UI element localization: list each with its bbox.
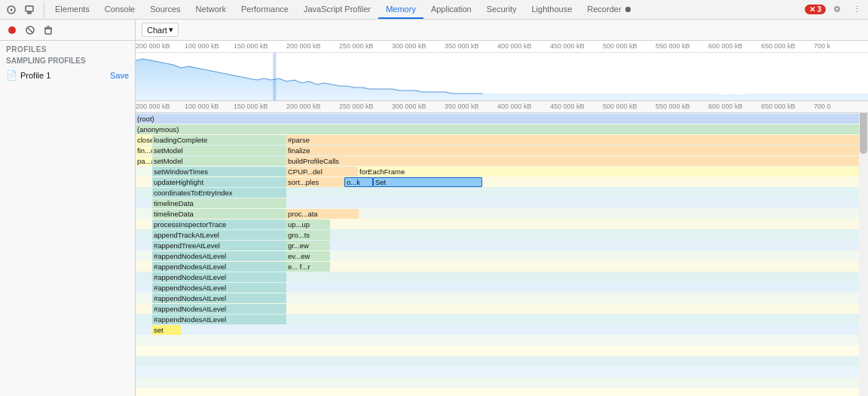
inspect-icon[interactable] — [3, 2, 20, 18]
ruler-mark-3: 200 000 kB — [286, 42, 321, 50]
flame-block-coordtoentry[interactable]: coordinatesToEntryIndex — [152, 188, 286, 198]
save-link[interactable]: Save — [110, 71, 129, 80]
flame-block-close[interactable]: close — [136, 135, 152, 145]
ruler-mark-11: 600 000 kB — [708, 42, 743, 50]
tab-console[interactable]: Console — [97, 0, 142, 19]
tab-performance[interactable]: Performance — [234, 0, 296, 19]
scrollbar-thumb[interactable] — [860, 109, 867, 154]
record-button[interactable] — [5, 23, 20, 38]
tab-lighthouse[interactable]: Lighthouse — [524, 0, 579, 19]
sidebar-subsection: SAMPLING PROFILES — [0, 55, 135, 68]
flame-block-fince[interactable]: fin...ce — [136, 146, 152, 155]
flame-row-21: set — [136, 324, 868, 335]
clear-button[interactable] — [23, 23, 38, 38]
flame-row-8: coordinatesToEntryIndex — [136, 187, 868, 198]
flame-row-13: #appendTreeAtLevel gr...ew — [136, 240, 868, 250]
tab-memory[interactable]: Memory — [378, 0, 423, 19]
flame-block-ok[interactable]: o...k — [344, 177, 373, 187]
flame-block-appendnodes-7[interactable]: #appendNodesAtLevel — [152, 315, 286, 324]
flame-mark-13: 700 0 — [814, 103, 831, 110]
devtools-icons — [3, 2, 44, 18]
flame-mark-12: 650 000 kB — [761, 103, 796, 110]
flame-block-loadingcomplete[interactable]: loadingComplete — [152, 135, 286, 145]
flame-block-cpupdel[interactable]: CPUP...del — [286, 167, 358, 177]
ruler-mark-5: 300 000 kB — [392, 42, 426, 50]
flame-block-appendnodes-3[interactable]: #appendNodesAtLevel — [152, 272, 286, 282]
flame-block-timelinedata-2[interactable]: timelineData — [152, 209, 286, 219]
ruler-mark-1: 100 000 kB — [185, 42, 219, 50]
flame-block-processinspector[interactable]: processInspectorTrace — [152, 219, 286, 229]
flame-row-5: pa...at setModel buildProfileCalls — [136, 155, 868, 166]
flame-row-12: appendTrackAtLevel gro...ts — [136, 229, 868, 240]
flame-block-setmodel-1[interactable]: setModel — [152, 146, 286, 155]
flame-block-finalize[interactable]: finalize — [286, 146, 866, 155]
tab-application[interactable]: Application — [423, 0, 479, 19]
flame-mark-9: 500 000 kB — [603, 103, 637, 110]
ruler-mark-6: 350 000 kB — [445, 42, 479, 50]
flame-block-setwindowtimes[interactable]: setWindowTimes — [152, 167, 286, 177]
flame-block-sortples[interactable]: sort...ples — [286, 177, 344, 187]
flame-ruler: 200 000 kB 100 000 kB 150 000 kB 200 000… — [136, 101, 868, 113]
ruler-mark-4: 250 000 kB — [339, 42, 374, 50]
tab-elements[interactable]: Elements — [47, 0, 97, 19]
flame-block-efr[interactable]: e... f...r — [286, 262, 330, 272]
flame-block-appendnodes-2[interactable]: #appendNodesAtLevel — [152, 262, 286, 272]
flame-block-procata[interactable]: proc...ata — [286, 209, 359, 219]
flame-block-set[interactable]: set — [152, 325, 181, 335]
flame-mark-5: 300 000 kB — [392, 103, 426, 110]
flame-row-15: #appendNodesAtLevel e... f...r — [136, 261, 868, 272]
ruler-mark-0: 200 000 kB — [136, 42, 170, 50]
flame-block-parse[interactable]: #parse — [286, 135, 866, 145]
chart-ruler-top: 200 000 kB 100 000 kB 150 000 kB 200 000… — [136, 41, 868, 53]
tab-sources[interactable]: Sources — [142, 0, 188, 19]
flame-block-setmodel-2[interactable]: setModel — [152, 156, 286, 166]
flame-block-appendtree[interactable]: #appendTreeAtLevel — [152, 241, 286, 250]
flame-chart-area[interactable]: 200 000 kB 100 000 kB 150 000 kB 200 000… — [136, 101, 868, 396]
flame-row-9: timelineData — [136, 198, 868, 208]
flame-block-appendnodes-6[interactable]: #appendNodesAtLevel — [152, 304, 286, 314]
flame-block-upup[interactable]: up...up — [286, 219, 330, 229]
ruler-mark-9: 500 000 kB — [603, 42, 637, 50]
tab-network[interactable]: Network — [188, 0, 234, 19]
more-options-icon[interactable]: ⋮ — [848, 2, 865, 18]
chart-select[interactable]: Chart ▾ — [142, 23, 179, 37]
profile-icon: 📄 — [6, 70, 17, 81]
vertical-scrollbar[interactable] — [859, 101, 868, 396]
flame-block-appendnodes-4[interactable]: #appendNodesAtLevel — [152, 283, 286, 293]
ruler-marks-top: 200 000 kB 100 000 kB 150 000 kB 200 000… — [136, 41, 868, 53]
flame-block-evew[interactable]: ev...ew — [286, 251, 330, 261]
flame-block-root[interactable]: (root) — [136, 114, 866, 124]
profile-name: Profile 1 — [20, 71, 50, 80]
flame-block-paat[interactable]: pa...at — [136, 156, 152, 166]
flame-block-buildprofilecalls[interactable]: buildProfileCalls — [286, 156, 866, 166]
flame-row-7: updateHighlight sort...ples o...k Set — [136, 177, 868, 187]
chart-select-label: Chart — [147, 26, 167, 35]
flame-block-foreachframe[interactable]: forEachFrame — [358, 167, 866, 177]
sidebar-toolbar — [0, 20, 135, 41]
flame-block-updatehighlight[interactable]: updateHighlight — [152, 177, 286, 187]
flame-mark-10: 550 000 kB — [656, 103, 690, 110]
top-nav: Elements Console Sources Network Perform… — [0, 0, 868, 20]
chart-toolbar: Chart ▾ — [136, 20, 868, 41]
delete-button[interactable] — [41, 23, 56, 38]
flame-block-appendnodes-5[interactable]: #appendNodesAtLevel — [152, 293, 286, 303]
flame-block-grew[interactable]: gr...ew — [286, 241, 330, 250]
tab-security[interactable]: Security — [479, 0, 524, 19]
flame-block-appendnodes-1[interactable]: #appendNodesAtLevel — [152, 251, 286, 261]
chart-overview[interactable]: 200 000 kB 100 000 kB 150 000 kB 200 000… — [136, 41, 868, 101]
ruler-mark-12: 650 000 kB — [761, 42, 796, 50]
responsive-icon[interactable] — [21, 2, 38, 18]
tab-recorder[interactable]: Recorder ⏺ — [579, 0, 639, 19]
settings-icon[interactable]: ⚙ — [829, 2, 845, 18]
flame-block-timelinedata-1[interactable]: timelineData — [152, 198, 286, 208]
flame-block-anonymous[interactable]: (anonymous) — [136, 124, 866, 134]
flame-row-10: timelineData proc...ata — [136, 208, 868, 219]
flame-block-grots[interactable]: gro...ts — [286, 230, 330, 240]
flame-row-16: #appendNodesAtLevel — [136, 272, 868, 282]
tab-js-profiler[interactable]: JavaScript Profiler — [296, 0, 378, 19]
ruler-mark-8: 450 000 kB — [550, 42, 585, 50]
ruler-mark-10: 550 000 kB — [656, 42, 690, 50]
flame-block-appendtrack[interactable]: appendTrackAtLevel — [152, 230, 286, 240]
profile-item[interactable]: 📄 Profile 1 Save — [0, 68, 135, 83]
flame-block-set[interactable]: Set — [373, 177, 482, 187]
